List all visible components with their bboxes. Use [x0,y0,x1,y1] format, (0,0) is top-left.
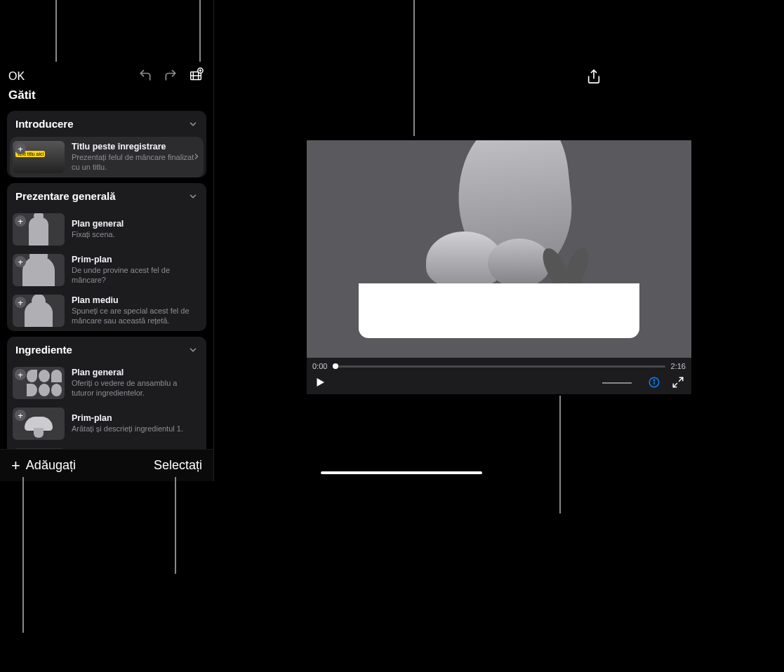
add-button[interactable]: + Adăugați [11,458,76,473]
section-header[interactable]: Ingrediente [7,337,206,363]
add-icon[interactable]: + [15,369,26,380]
info-icon[interactable] [646,375,662,390]
add-clip-icon[interactable] [188,67,204,83]
expand-icon[interactable] [670,375,686,390]
add-icon[interactable]: + [15,410,26,421]
shot-description: Arătați și descrieți ingredientul 1. [72,424,199,434]
svg-marker-8 [317,378,325,387]
add-icon[interactable]: + [15,256,26,267]
section-header[interactable]: Introducere [7,111,206,137]
shot-item[interactable]: + Plan general Oferiți o vedere de ansam… [7,363,206,403]
project-title: Gătit [8,88,36,102]
shot-description: Prezentați felul de mâncare finalizat cu… [72,153,199,173]
plus-icon: + [11,458,20,473]
shot-thumbnail: + [13,254,65,286]
time-end: 2:16 [671,362,686,370]
shot-description: Oferiți o vedere de ansamblu a tuturor i… [72,379,199,398]
chevron-down-icon [188,119,198,129]
shot-thumbnail: + [13,408,65,440]
shot-title: Plan general [72,219,199,229]
chevron-right-icon [192,151,201,163]
shot-item[interactable]: Text titlu aici + Titlu peste înregistra… [10,137,204,177]
shot-thumbnail: + [13,295,65,327]
shot-description: De unde provine acest fel de mâncare? [72,266,199,285]
add-icon[interactable]: + [15,215,26,227]
scrubber-track[interactable] [333,365,665,368]
svg-line-13 [673,384,677,387]
chevron-down-icon [188,345,198,355]
shot-title: Prim-plan [72,413,199,423]
shot-item[interactable]: + Prim-plan Arătați și descrieți ingredi… [7,403,206,444]
shot-thumbnail: + [13,213,65,246]
viewer-controls [307,372,691,394]
svg-point-11 [653,379,655,381]
add-icon[interactable]: + [15,143,26,154]
section-title: Introducere [15,118,74,130]
shot-item[interactable]: + Plan general Fixați scena. [7,209,206,250]
sidebar-footer: + Adăugați Selectați [0,449,213,481]
home-indicator [321,471,482,474]
redo-icon[interactable] [163,67,178,83]
undo-icon[interactable] [138,67,153,83]
shot-sections: Introducere Text titlu aici + [0,111,213,449]
shot-thumbnail: Text titlu aici + [13,141,65,173]
section-prezentare: Prezentare generală + Plan general Fixaț [7,183,206,331]
sidebar: OK Gătit Introducere [0,0,214,481]
shot-item[interactable]: + Plan mediu Spuneți ce are special aces… [7,290,206,331]
shot-thumbnail: + [13,367,65,399]
shot-item[interactable]: + Prim-plan De unde provine acest fel de… [7,250,206,290]
shot-title: Prim-plan [72,255,199,264]
scrubber-bar: 0:00 2:16 [307,358,691,372]
shot-description: Spuneți ce are special acest fel de mânc… [72,307,199,326]
playhead[interactable] [333,363,338,369]
section-title: Prezentare generală [15,190,116,202]
shot-item[interactable]: + Prim-plan [7,444,206,449]
shot-description: Fixați scena. [72,230,199,240]
shot-thumbnail: + [13,448,65,449]
time-start: 0:00 [312,362,327,370]
section-title: Ingrediente [15,344,72,356]
select-button[interactable]: Selectați [154,458,202,473]
section-header[interactable]: Prezentare generală [7,183,206,209]
ok-button[interactable]: OK [8,70,25,83]
preview-canvas[interactable] [307,140,691,358]
viewer-panel: 0:00 2:16 [214,0,784,481]
shot-title: Plan general [72,368,199,377]
share-icon[interactable] [586,69,602,84]
section-introducere: Introducere Text titlu aici + [7,111,206,177]
add-label: Adăugați [26,458,76,473]
svg-line-12 [679,377,683,381]
shot-title: Titlu peste înregistrare [72,142,199,152]
section-ingrediente: Ingrediente + Plan general Oferiți o ved [7,337,206,449]
shot-title: Plan mediu [72,295,199,305]
chevron-down-icon [188,191,198,201]
add-icon[interactable]: + [15,297,26,308]
play-icon[interactable] [312,375,328,390]
